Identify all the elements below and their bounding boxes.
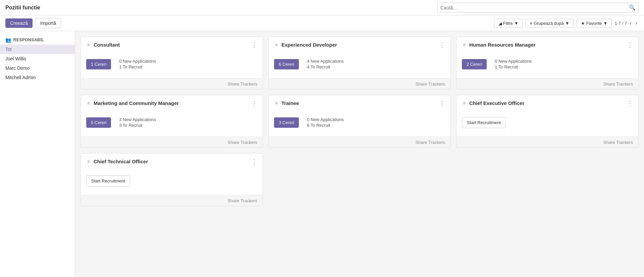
cereri-button-experienced-developer[interactable]: 6 Cereri	[274, 59, 299, 69]
card-body-trainee: 3 Cereri 0 New Applications 6 To Recruit	[269, 110, 450, 136]
share-trackers-trainee[interactable]: Share Trackers	[416, 140, 445, 145]
card-footer-trainee: Share Trackers	[269, 136, 450, 148]
star-icon-consultant[interactable]: ★	[86, 42, 91, 48]
card-header-marketing-community-manager: ★ Marketing and Community Manager ⋮	[81, 95, 263, 110]
card-header-consultant: ★ Consultant ⋮	[81, 37, 263, 51]
card-footer-consultant: Share Trackers	[81, 78, 263, 89]
start-recruitment-button-chief-executive-officer[interactable]: Start Recruitment	[462, 117, 506, 128]
more-icon-marketing-community-manager[interactable]: ⋮	[251, 100, 257, 106]
cereri-button-human-resources-manager[interactable]: 2 Cereri	[462, 59, 487, 69]
more-icon-experienced-developer[interactable]: ⋮	[439, 42, 445, 48]
card-body-marketing-community-manager: 5 Cereri 3 New Applications 3 To Recruit	[81, 110, 263, 136]
card-consultant: ★ Consultant ⋮ 1 Cereri 0 New Applicatio…	[80, 37, 263, 90]
to-recruit-experienced-developer: 4 To Recruit	[307, 64, 344, 69]
card-header-experienced-developer: ★ Experienced Developer ⋮	[269, 37, 450, 51]
sidebar-item-tot[interactable]: Tot	[0, 45, 75, 54]
card-body-consultant: 1 Cereri 0 New Applications 1 To Recruit	[81, 51, 263, 78]
more-icon-consultant[interactable]: ⋮	[251, 42, 257, 48]
card-footer-chief-executive-officer: Share Trackers	[457, 136, 638, 148]
content-area: ★ Consultant ⋮ 1 Cereri 0 New Applicatio…	[75, 31, 644, 277]
card-header-chief-technical-officer: ★ Chief Technical Officer ⋮	[81, 154, 263, 168]
create-button[interactable]: Creează	[5, 18, 33, 28]
share-trackers-experienced-developer[interactable]: Share Trackers	[416, 81, 445, 87]
more-icon-chief-executive-officer[interactable]: ⋮	[627, 100, 633, 106]
card-trainee: ★ Trainee ⋮ 3 Cereri 0 New Applications …	[268, 95, 451, 148]
card-header-trainee: ★ Trainee ⋮	[269, 95, 450, 110]
group-icon: ≡	[530, 21, 533, 26]
sidebar-item-mitchell-admin[interactable]: Mitchell Admin	[0, 73, 75, 82]
new-applications-experienced-developer: 4 New Applications	[307, 59, 344, 64]
card-title-marketing-community-manager: Marketing and Community Manager	[94, 100, 179, 106]
to-recruit-marketing-community-manager: 3 To Recruit	[119, 123, 156, 128]
sidebar-item-joel-willis[interactable]: Joel Willis	[0, 54, 75, 63]
pagination-info: 1-7 / 7 ‹ ›	[614, 20, 639, 26]
card-title-trainee: Trainee	[281, 100, 299, 106]
card-body-human-resources-manager: 2 Cereri 0 New Applications 1 To Recruit	[457, 51, 638, 78]
pagination-next-button[interactable]: ›	[634, 20, 639, 26]
sidebar-section-title: 👥 RESPONSABIL	[0, 35, 75, 45]
action-bar-left: Creează Importă	[5, 18, 61, 28]
group-by-button[interactable]: ≡ Grupează după ▼	[526, 19, 574, 28]
star-icon-marketing-community-manager[interactable]: ★	[86, 100, 91, 106]
star-icon-chief-executive-officer[interactable]: ★	[462, 100, 467, 106]
share-trackers-marketing-community-manager[interactable]: Share Trackers	[228, 140, 257, 145]
share-trackers-consultant[interactable]: Share Trackers	[228, 81, 257, 87]
card-title-human-resources-manager: Human Resources Manager	[469, 42, 536, 48]
card-footer-human-resources-manager: Share Trackers	[457, 78, 638, 89]
new-applications-trainee: 0 New Applications	[307, 117, 344, 122]
card-body-chief-executive-officer: Start Recruitment	[457, 110, 638, 136]
main-layout: 👥 RESPONSABIL Tot Joel Willis Marc Demo …	[0, 31, 644, 277]
star-icon: ★	[581, 21, 585, 26]
star-icon-chief-technical-officer[interactable]: ★	[86, 158, 91, 165]
persons-icon: 👥	[5, 37, 11, 43]
pagination-prev-button[interactable]: ‹	[628, 20, 633, 26]
filters-chevron-icon: ▼	[514, 21, 519, 26]
import-button[interactable]: Importă	[35, 18, 61, 28]
card-footer-marketing-community-manager: Share Trackers	[81, 136, 263, 148]
card-chief-executive-officer: ★ Chief Executive Officer ⋮ Start Recrui…	[456, 95, 639, 148]
card-marketing-community-manager: ★ Marketing and Community Manager ⋮ 5 Ce…	[80, 95, 263, 148]
more-icon-chief-technical-officer[interactable]: ⋮	[251, 159, 257, 165]
cereri-button-trainee[interactable]: 3 Cereri	[274, 117, 299, 128]
cereri-button-marketing-community-manager[interactable]: 5 Cereri	[86, 117, 111, 128]
top-bar: Pozitii functie 🔍	[0, 0, 644, 15]
share-trackers-chief-executive-officer[interactable]: Share Trackers	[603, 140, 633, 145]
card-body-chief-technical-officer: Start Recruitment	[81, 168, 263, 195]
card-chief-technical-officer: ★ Chief Technical Officer ⋮ Start Recrui…	[80, 153, 263, 206]
card-title-chief-technical-officer: Chief Technical Officer	[94, 159, 148, 164]
search-button[interactable]: 🔍	[629, 4, 636, 11]
more-icon-trainee[interactable]: ⋮	[439, 100, 445, 106]
to-recruit-consultant: 1 To Recruit	[119, 64, 156, 69]
card-body-experienced-developer: 6 Cereri 4 New Applications 4 To Recruit	[269, 51, 450, 78]
action-bar-right: ◢ Filtre ▼ ≡ Grupează după ▼ ★ Favorite …	[494, 19, 639, 28]
page-title: Pozitii functie	[5, 5, 40, 11]
more-icon-human-resources-manager[interactable]: ⋮	[627, 42, 633, 48]
card-human-resources-manager: ★ Human Resources Manager ⋮ 2 Cereri 0 N…	[456, 37, 639, 90]
sidebar: 👥 RESPONSABIL Tot Joel Willis Marc Demo …	[0, 31, 75, 277]
card-footer-chief-technical-officer: Share Trackers	[81, 195, 263, 206]
start-recruitment-button-chief-technical-officer[interactable]: Start Recruitment	[86, 175, 130, 186]
share-trackers-chief-technical-officer[interactable]: Share Trackers	[228, 198, 257, 203]
filter-icon: ◢	[498, 21, 502, 26]
new-applications-marketing-community-manager: 3 New Applications	[119, 117, 156, 122]
action-bar: Creează Importă ◢ Filtre ▼ ≡ Grupează du…	[0, 15, 644, 31]
card-experienced-developer: ★ Experienced Developer ⋮ 6 Cereri 4 New…	[268, 37, 451, 90]
card-header-chief-executive-officer: ★ Chief Executive Officer ⋮	[457, 95, 638, 110]
share-trackers-human-resources-manager[interactable]: Share Trackers	[603, 81, 633, 87]
new-applications-consultant: 0 New Applications	[119, 59, 156, 64]
filters-button[interactable]: ◢ Filtre ▼	[494, 19, 523, 28]
star-icon-trainee[interactable]: ★	[274, 100, 279, 106]
sidebar-item-marc-demo[interactable]: Marc Demo	[0, 63, 75, 73]
card-title-consultant: Consultant	[94, 42, 120, 48]
star-icon-experienced-developer[interactable]: ★	[274, 42, 279, 48]
cereri-button-consultant[interactable]: 1 Cereri	[86, 59, 111, 69]
favorites-button[interactable]: ★ Favorite ▼	[577, 19, 612, 28]
card-header-human-resources-manager: ★ Human Resources Manager ⋮	[457, 37, 638, 51]
group-chevron-icon: ▼	[565, 21, 570, 26]
search-input[interactable]	[440, 5, 629, 10]
to-recruit-trainee: 6 To Recruit	[307, 123, 344, 128]
card-footer-experienced-developer: Share Trackers	[269, 78, 450, 89]
star-icon-human-resources-manager[interactable]: ★	[462, 42, 467, 48]
new-applications-human-resources-manager: 0 New Applications	[495, 59, 532, 64]
cards-grid: ★ Consultant ⋮ 1 Cereri 0 New Applicatio…	[80, 37, 639, 206]
